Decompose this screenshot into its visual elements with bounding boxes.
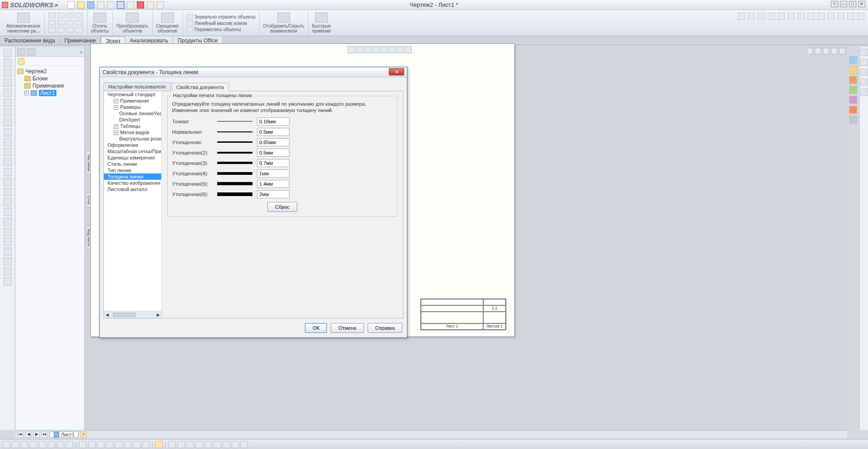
- sb-6-icon[interactable]: [48, 441, 55, 448]
- sb-7-icon[interactable]: [57, 441, 64, 448]
- view-icon-4[interactable]: [768, 13, 775, 20]
- view-icon-5[interactable]: [778, 13, 785, 20]
- lt-blocks-icon[interactable]: [4, 257, 12, 266]
- task-resources-icon[interactable]: [849, 56, 857, 64]
- lt-arc-icon[interactable]: [4, 89, 12, 97]
- tree-centerlines[interactable]: Осевые линии/Указатели: [104, 110, 161, 117]
- chamfer-icon[interactable]: [75, 27, 83, 33]
- sb-12-icon[interactable]: [106, 441, 113, 448]
- lt-picture-icon[interactable]: [4, 277, 12, 285]
- sb-21-icon[interactable]: [196, 441, 203, 448]
- ellipse-icon[interactable]: [66, 20, 74, 25]
- ribbon-mirror[interactable]: Зеркально отразить объекты: [187, 14, 256, 19]
- lt-circle-icon[interactable]: [4, 79, 12, 87]
- undo-icon[interactable]: [107, 1, 114, 9]
- sheet-add-icon[interactable]: +: [80, 431, 87, 438]
- sb-11-icon[interactable]: [97, 441, 104, 448]
- sb-8-icon[interactable]: [66, 441, 73, 448]
- lt-move-icon[interactable]: [4, 218, 12, 226]
- sheet-next-icon[interactable]: ▶: [33, 431, 40, 438]
- appearance-icon[interactable]: [405, 46, 412, 53]
- sheet-tab[interactable]: Лист1: [50, 431, 79, 438]
- sb-22-icon[interactable]: [205, 441, 212, 448]
- tree-dimensions[interactable]: +Размеры: [104, 104, 161, 110]
- tree-view-labels[interactable]: +Метки видов: [104, 129, 161, 136]
- hide-show-icon[interactable]: [388, 46, 396, 53]
- display-style-icon[interactable]: [380, 46, 387, 53]
- lt-fillet-icon[interactable]: [4, 118, 12, 126]
- view-icon-1[interactable]: [738, 13, 745, 20]
- sb-9-icon[interactable]: [79, 441, 86, 448]
- sb-1-icon[interactable]: [3, 441, 10, 448]
- hud-3-icon[interactable]: [823, 48, 829, 54]
- fm-tab1-icon[interactable]: [17, 48, 25, 56]
- line-value-input[interactable]: [257, 128, 289, 136]
- sb-15-icon[interactable]: [133, 441, 140, 448]
- arc-icon[interactable]: [66, 13, 74, 18]
- sb-10-icon[interactable]: [88, 441, 95, 448]
- lt-construct-icon[interactable]: [4, 267, 12, 276]
- line-value-input[interactable]: [257, 117, 289, 126]
- tree-dimxpert[interactable]: DimXpert: [104, 117, 161, 123]
- close-button[interactable]: ✕: [858, 1, 865, 7]
- expand-icon[interactable]: +: [114, 99, 118, 103]
- section-icon[interactable]: [372, 46, 379, 53]
- more-icon[interactable]: [157, 1, 164, 9]
- lt-ellipse-icon[interactable]: [4, 108, 12, 117]
- tree-line-style[interactable]: Стиль линии: [104, 161, 161, 167]
- sb-4-icon[interactable]: [30, 441, 37, 448]
- save-icon[interactable]: [87, 1, 94, 9]
- task-design-lib-icon[interactable]: [849, 66, 857, 74]
- tree-sheet-metal[interactable]: Листовой металл: [104, 186, 161, 192]
- expand-icon[interactable]: +: [114, 124, 118, 129]
- ribbon-trim[interactable]: Отсечь объекты: [88, 11, 113, 35]
- fillet-icon[interactable]: [75, 20, 83, 25]
- print-icon[interactable]: [97, 1, 104, 9]
- line-value-input[interactable]: [257, 138, 289, 146]
- rp-view-icon[interactable]: [860, 79, 868, 86]
- lt-spline-icon[interactable]: [4, 98, 12, 107]
- tree-virtual-sharps[interactable]: Виртуальная резкость: [104, 136, 161, 142]
- sb-23-icon[interactable]: [214, 441, 221, 448]
- rp-section-icon[interactable]: [860, 69, 868, 76]
- polygon-icon[interactable]: [57, 20, 65, 25]
- select-icon[interactable]: [117, 1, 124, 9]
- tree-grid-snap[interactable]: Масштабная сетка/Привязать: [104, 148, 161, 154]
- lt-line-icon[interactable]: [4, 59, 12, 67]
- line-icon[interactable]: [48, 13, 56, 18]
- lt-mirror-icon[interactable]: [4, 198, 12, 206]
- open-icon[interactable]: [77, 1, 84, 9]
- tree-line-font[interactable]: Тип линии: [104, 167, 161, 173]
- line-value-input[interactable]: [257, 169, 289, 178]
- ok-button[interactable]: ОК: [305, 323, 327, 333]
- lt-dim-icon[interactable]: [4, 158, 12, 166]
- fm-annotations[interactable]: Примечания: [16, 82, 84, 89]
- tree-scrollbar[interactable]: ◀▶: [104, 311, 161, 318]
- point-icon[interactable]: [48, 27, 56, 33]
- sb-20-icon[interactable]: [187, 441, 194, 448]
- task-clipboard-icon[interactable]: [849, 116, 857, 124]
- maximize-button[interactable]: □: [849, 1, 856, 7]
- prev-view-icon[interactable]: [364, 46, 371, 53]
- lt-trim-icon[interactable]: [4, 168, 12, 176]
- sb-25-icon[interactable]: [232, 441, 239, 448]
- lt-convert-icon[interactable]: [4, 178, 12, 186]
- lt-display-icon[interactable]: [4, 228, 12, 236]
- slot-icon[interactable]: [66, 27, 74, 33]
- help-button[interactable]: Справка: [368, 323, 402, 333]
- dialog-tab-user[interactable]: Настройки пользователя: [103, 82, 171, 91]
- ribbon-auto-dim[interactable]: Автоматическое нанесение ра...: [3, 11, 45, 35]
- ribbon-move[interactable]: Переместить объекты: [187, 27, 256, 32]
- fm-filter[interactable]: [15, 57, 84, 66]
- sheet-prev-icon[interactable]: ◀: [25, 431, 32, 438]
- text-icon[interactable]: [57, 27, 65, 33]
- line-value-input[interactable]: [257, 190, 289, 198]
- hud-4-icon[interactable]: [831, 48, 837, 54]
- sb-13-icon[interactable]: [115, 441, 122, 448]
- view-icon-8[interactable]: [807, 13, 815, 20]
- rectangle-icon[interactable]: [48, 20, 56, 25]
- spline-icon[interactable]: [75, 13, 83, 18]
- task-appearances-icon[interactable]: [849, 96, 857, 104]
- fm-root[interactable]: Чертеж2: [16, 68, 84, 75]
- reset-button[interactable]: Сброс: [267, 202, 297, 212]
